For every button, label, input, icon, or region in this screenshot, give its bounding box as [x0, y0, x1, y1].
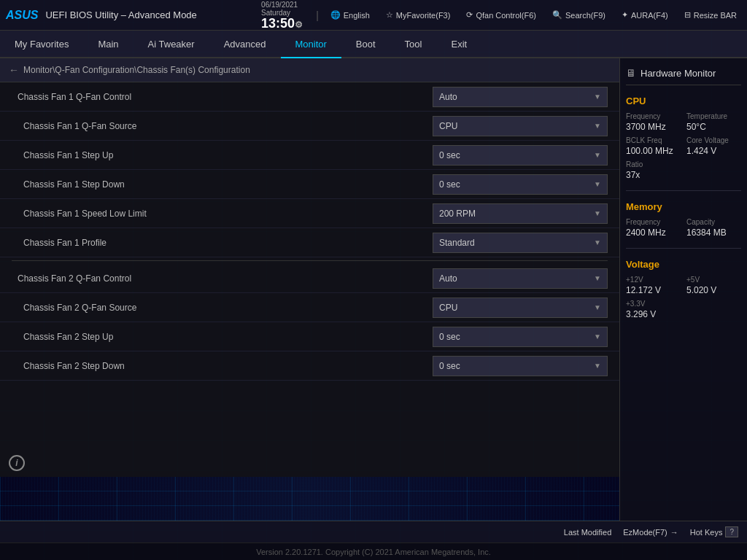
- decorative-bar: [0, 477, 619, 521]
